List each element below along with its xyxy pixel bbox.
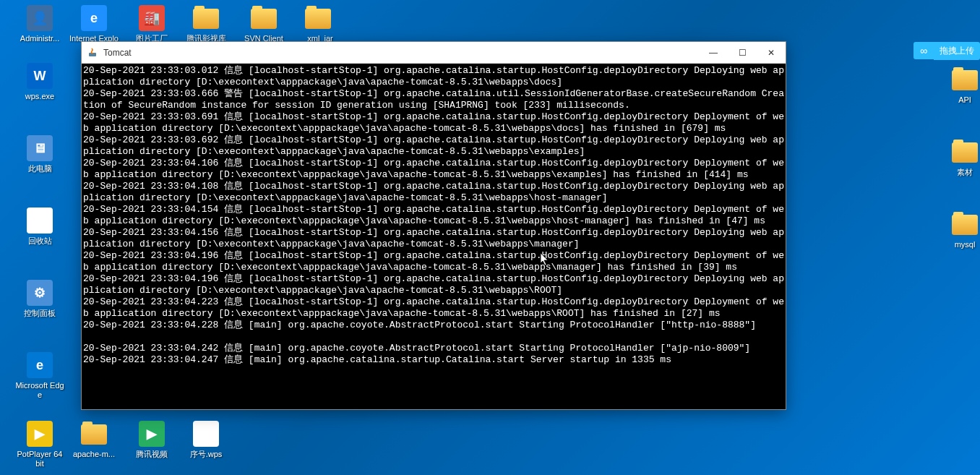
folder-icon bbox=[950, 210, 979, 239]
app-icon: ⚙ bbox=[25, 278, 54, 307]
app-icon bbox=[79, 419, 108, 448]
java-icon bbox=[87, 47, 99, 59]
icon-label: 序号.wps bbox=[181, 450, 231, 459]
icon-label: mysql bbox=[940, 240, 980, 249]
app-icon: 🏭 bbox=[137, 4, 166, 33]
window-title: Tomcat bbox=[103, 48, 699, 58]
app-icon: e bbox=[25, 351, 54, 380]
icon-label: 此电脑 bbox=[14, 164, 65, 174]
desktop-icon[interactable]: 🏭图片工厂 bbox=[126, 4, 177, 43]
desktop-icon[interactable]: 腾讯影视库 bbox=[181, 4, 231, 43]
icon-label: 腾讯视频 bbox=[126, 450, 177, 459]
app-icon: 🖥 bbox=[25, 134, 54, 163]
app-icon bbox=[249, 4, 278, 33]
desktop-icon[interactable]: 🗑回收站 bbox=[14, 206, 65, 246]
desktop-icon[interactable]: 素材 bbox=[940, 137, 980, 177]
desktop-icon[interactable]: _xml_jar bbox=[293, 4, 343, 43]
icon-label: wps.exe bbox=[14, 92, 65, 101]
app-icon: e bbox=[79, 4, 108, 33]
maximize-button[interactable]: ☐ bbox=[728, 42, 757, 63]
app-icon bbox=[304, 4, 332, 33]
tomcat-window[interactable]: Tomcat — ☐ ✕ 20-Sep-2021 23:33:03.012 信息… bbox=[81, 41, 786, 410]
desktop-icon[interactable]: apache-m... bbox=[69, 419, 119, 459]
desktop-icon[interactable]: mysql bbox=[940, 210, 980, 249]
icon-label: PotPlayer 64 bit bbox=[14, 450, 65, 468]
app-icon: 👤 bbox=[25, 4, 54, 33]
app-icon: W bbox=[192, 419, 220, 448]
desktop-icon[interactable]: ▶PotPlayer 64 bit bbox=[14, 419, 65, 468]
icon-label: Microsoft Edge bbox=[14, 381, 65, 400]
desktop[interactable]: 👤Administr...eInternet Explorer🏭图片工厂腾讯影视… bbox=[0, 0, 980, 475]
minimize-button[interactable]: — bbox=[699, 42, 728, 63]
desktop-icon[interactable]: SVN Client bbox=[238, 4, 289, 43]
upload-widget[interactable]: ∞ 拖拽上传 bbox=[914, 42, 980, 59]
icon-label: 回收站 bbox=[14, 236, 65, 246]
folder-icon bbox=[950, 137, 979, 166]
desktop-icon[interactable]: API bbox=[940, 65, 980, 105]
app-icon: ▶ bbox=[25, 419, 54, 448]
desktop-icon[interactable]: 🖥此电脑 bbox=[14, 134, 65, 174]
app-icon: W bbox=[25, 61, 54, 90]
icon-label: apache-m... bbox=[69, 450, 119, 459]
cloud-icon: ∞ bbox=[914, 42, 934, 59]
desktop-icon[interactable]: ▶腾讯视频 bbox=[126, 419, 177, 459]
window-controls: — ☐ ✕ bbox=[699, 42, 786, 63]
desktop-icon[interactable]: 👤Administr... bbox=[14, 4, 65, 43]
titlebar[interactable]: Tomcat — ☐ ✕ bbox=[82, 42, 786, 64]
desktop-icon[interactable]: Wwps.exe bbox=[14, 61, 65, 101]
icon-label: Administr... bbox=[14, 34, 65, 43]
desktop-icon[interactable]: ⚙控制面板 bbox=[14, 278, 65, 318]
close-button[interactable]: ✕ bbox=[757, 42, 786, 63]
desktop-icon[interactable]: eMicrosoft Edge bbox=[14, 351, 65, 400]
icon-label: 控制面板 bbox=[14, 309, 65, 318]
app-icon: ▶ bbox=[137, 419, 166, 448]
upload-label: 拖拽上传 bbox=[934, 42, 980, 60]
app-icon bbox=[192, 4, 220, 33]
app-icon: 🗑 bbox=[25, 206, 54, 235]
icon-label: API bbox=[940, 95, 980, 105]
folder-icon bbox=[950, 65, 979, 94]
icon-label: 素材 bbox=[940, 168, 980, 177]
desktop-icon[interactable]: W序号.wps bbox=[181, 419, 231, 459]
console-output[interactable]: 20-Sep-2021 23:33:03.012 信息 [localhost-s… bbox=[82, 64, 786, 409]
